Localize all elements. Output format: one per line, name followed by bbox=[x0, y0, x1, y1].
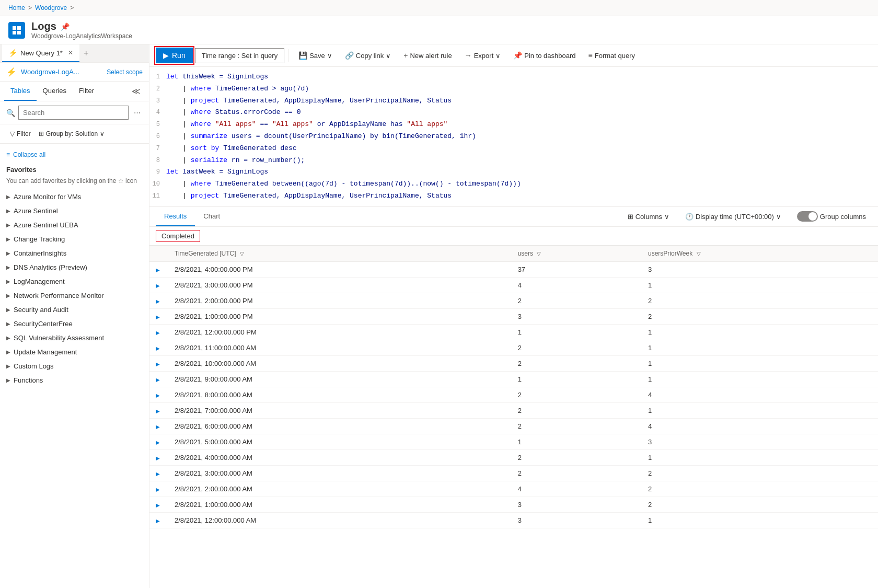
tree-item-container-insights[interactable]: ▶ ContainerInsights bbox=[0, 246, 149, 260]
table-row[interactable]: ▶ 2/8/2021, 3:00:00.000 PM 4 1 bbox=[149, 277, 878, 293]
pin-icon[interactable]: 📌 bbox=[61, 22, 70, 31]
table-row[interactable]: ▶ 2/8/2021, 7:00:00.000 AM 2 1 bbox=[149, 402, 878, 418]
filter-button[interactable]: ▽ Filter bbox=[6, 128, 34, 140]
results-tab-results[interactable]: Results bbox=[156, 207, 195, 226]
row-expand-cell[interactable]: ▶ bbox=[149, 418, 168, 434]
pin-dashboard-button[interactable]: 📌 Pin to dashboard bbox=[508, 48, 581, 63]
row-expand-cell[interactable]: ▶ bbox=[149, 402, 168, 418]
row-expand-icon[interactable]: ▶ bbox=[156, 283, 160, 289]
table-row[interactable]: ▶ 2/8/2021, 9:00:00.000 AM 1 1 bbox=[149, 371, 878, 387]
query-editor[interactable]: 1let thisWeek = SigninLogs2 | where Time… bbox=[149, 67, 878, 207]
sidebar-nav-tables[interactable]: Tables bbox=[4, 82, 37, 101]
row-expand-cell[interactable]: ▶ bbox=[149, 449, 168, 465]
tree-item-functions[interactable]: ▶ Functions bbox=[0, 373, 149, 387]
row-expand-icon[interactable]: ▶ bbox=[156, 330, 160, 336]
table-row[interactable]: ▶ 2/8/2021, 12:00:00.000 AM 3 1 bbox=[149, 512, 878, 528]
tree-item-dns-analytics[interactable]: ▶ DNS Analytics (Preview) bbox=[0, 260, 149, 274]
results-tab-chart[interactable]: Chart bbox=[195, 207, 228, 226]
tab-close-icon[interactable]: ✕ bbox=[68, 49, 73, 56]
display-time-button[interactable]: 🕐 Display time (UTC+00:00) ∨ bbox=[679, 209, 787, 224]
tree-item-network-perf[interactable]: ▶ Network Performance Monitor bbox=[0, 289, 149, 303]
format-query-button[interactable]: ≡ Format query bbox=[583, 48, 640, 63]
tab-new-query-1[interactable]: ⚡ New Query 1* ✕ bbox=[2, 44, 79, 62]
row-expand-cell[interactable]: ▶ bbox=[149, 293, 168, 308]
row-expand-icon[interactable]: ▶ bbox=[156, 440, 160, 445]
row-expand-icon[interactable]: ▶ bbox=[156, 298, 160, 304]
row-expand-icon[interactable]: ▶ bbox=[156, 487, 160, 492]
group-columns-toggle[interactable]: Group columns bbox=[791, 207, 872, 225]
sidebar-nav-filter[interactable]: Filter bbox=[73, 82, 100, 101]
table-row[interactable]: ▶ 2/8/2021, 4:00:00.000 PM 37 3 bbox=[149, 261, 878, 277]
table-row[interactable]: ▶ 2/8/2021, 6:00:00.000 AM 2 4 bbox=[149, 418, 878, 434]
row-expand-icon[interactable]: ▶ bbox=[156, 267, 160, 273]
table-row[interactable]: ▶ 2/8/2021, 5:00:00.000 AM 1 3 bbox=[149, 434, 878, 449]
row-expand-cell[interactable]: ▶ bbox=[149, 324, 168, 340]
row-expand-cell[interactable]: ▶ bbox=[149, 497, 168, 512]
group-by-button[interactable]: ⊞ Group by: Solution ∨ bbox=[39, 130, 105, 137]
time-range-button[interactable]: Time range : Set in query bbox=[195, 48, 284, 63]
row-expand-icon[interactable]: ▶ bbox=[156, 361, 160, 367]
row-expand-icon[interactable]: ▶ bbox=[156, 345, 160, 351]
toggle-switch[interactable] bbox=[797, 211, 818, 222]
row-expand-cell[interactable]: ▶ bbox=[149, 355, 168, 371]
cell-prior: 1 bbox=[642, 277, 878, 293]
table-row[interactable]: ▶ 2/8/2021, 1:00:00.000 AM 3 2 bbox=[149, 497, 878, 512]
row-expand-cell[interactable]: ▶ bbox=[149, 371, 168, 387]
table-row[interactable]: ▶ 2/8/2021, 2:00:00.000 AM 4 2 bbox=[149, 481, 878, 497]
tree-item-update-management[interactable]: ▶ Update Management bbox=[0, 345, 149, 359]
row-expand-icon[interactable]: ▶ bbox=[156, 408, 160, 414]
row-expand-cell[interactable]: ▶ bbox=[149, 481, 168, 497]
breadcrumb-woodgrove[interactable]: Woodgrove bbox=[35, 4, 67, 11]
tree-item-sql-vulnerability[interactable]: ▶ SQL Vulnerability Assessment bbox=[0, 331, 149, 345]
row-expand-cell[interactable]: ▶ bbox=[149, 261, 168, 277]
tree-item-security-audit[interactable]: ▶ Security and Audit bbox=[0, 303, 149, 317]
tree-item-azure-sentinel[interactable]: ▶ Azure Sentinel bbox=[0, 204, 149, 218]
row-expand-icon[interactable]: ▶ bbox=[156, 455, 160, 461]
run-button[interactable]: ▶ Run bbox=[156, 48, 193, 63]
col-filter-icon[interactable]: ▽ bbox=[537, 251, 541, 257]
row-expand-icon[interactable]: ▶ bbox=[156, 518, 160, 524]
table-row[interactable]: ▶ 2/8/2021, 3:00:00.000 AM 2 2 bbox=[149, 465, 878, 481]
row-expand-cell[interactable]: ▶ bbox=[149, 465, 168, 481]
table-row[interactable]: ▶ 2/8/2021, 12:00:00.000 PM 1 1 bbox=[149, 324, 878, 340]
tree-item-change-tracking[interactable]: ▶ Change Tracking bbox=[0, 232, 149, 246]
table-row[interactable]: ▶ 2/8/2021, 1:00:00.000 PM 3 2 bbox=[149, 308, 878, 324]
tab-add-button[interactable]: + bbox=[79, 44, 93, 62]
row-expand-cell[interactable]: ▶ bbox=[149, 340, 168, 355]
sidebar-nav-queries[interactable]: Queries bbox=[37, 82, 73, 101]
export-button[interactable]: → Export ∨ bbox=[459, 48, 506, 63]
row-expand-icon[interactable]: ▶ bbox=[156, 424, 160, 430]
table-row[interactable]: ▶ 2/8/2021, 4:00:00.000 AM 2 1 bbox=[149, 449, 878, 465]
select-scope-link[interactable]: Select scope bbox=[107, 68, 143, 76]
collapse-all-button[interactable]: ≡ Collapse all bbox=[0, 148, 149, 162]
row-expand-cell[interactable]: ▶ bbox=[149, 387, 168, 402]
table-row[interactable]: ▶ 2/8/2021, 2:00:00.000 PM 2 2 bbox=[149, 293, 878, 308]
row-expand-cell[interactable]: ▶ bbox=[149, 277, 168, 293]
table-row[interactable]: ▶ 2/8/2021, 8:00:00.000 AM 2 4 bbox=[149, 387, 878, 402]
row-expand-cell[interactable]: ▶ bbox=[149, 308, 168, 324]
save-button[interactable]: 💾 Save ∨ bbox=[293, 48, 338, 63]
row-expand-cell[interactable]: ▶ bbox=[149, 512, 168, 528]
new-alert-button[interactable]: + New alert rule bbox=[398, 48, 457, 63]
columns-button[interactable]: ⊞ Columns ∨ bbox=[622, 209, 675, 224]
breadcrumb-home[interactable]: Home bbox=[8, 4, 25, 11]
more-options-icon[interactable]: ⋯ bbox=[132, 108, 143, 118]
row-expand-icon[interactable]: ▶ bbox=[156, 471, 160, 477]
sidebar-collapse-icon[interactable]: ≪ bbox=[128, 82, 145, 100]
table-row[interactable]: ▶ 2/8/2021, 10:00:00.000 AM 2 1 bbox=[149, 355, 878, 371]
col-filter-icon[interactable]: ▽ bbox=[240, 251, 244, 257]
row-expand-cell[interactable]: ▶ bbox=[149, 434, 168, 449]
table-row[interactable]: ▶ 2/8/2021, 11:00:00.000 AM 2 1 bbox=[149, 340, 878, 355]
row-expand-icon[interactable]: ▶ bbox=[156, 314, 160, 320]
search-input[interactable] bbox=[18, 106, 129, 120]
row-expand-icon[interactable]: ▶ bbox=[156, 377, 160, 383]
row-expand-icon[interactable]: ▶ bbox=[156, 502, 160, 508]
row-expand-icon[interactable]: ▶ bbox=[156, 393, 160, 398]
col-filter-icon[interactable]: ▽ bbox=[697, 251, 701, 257]
tree-item-custom-logs[interactable]: ▶ Custom Logs bbox=[0, 359, 149, 373]
tree-item-azure-monitor[interactable]: ▶ Azure Monitor for VMs bbox=[0, 190, 149, 204]
tree-item-security-center-free[interactable]: ▶ SecurityCenterFree bbox=[0, 317, 149, 331]
tree-item-log-management[interactable]: ▶ LogManagement bbox=[0, 274, 149, 289]
copy-link-button[interactable]: 🔗 Copy link ∨ bbox=[340, 48, 396, 63]
tree-item-azure-sentinel-ueba[interactable]: ▶ Azure Sentinel UEBA bbox=[0, 218, 149, 232]
